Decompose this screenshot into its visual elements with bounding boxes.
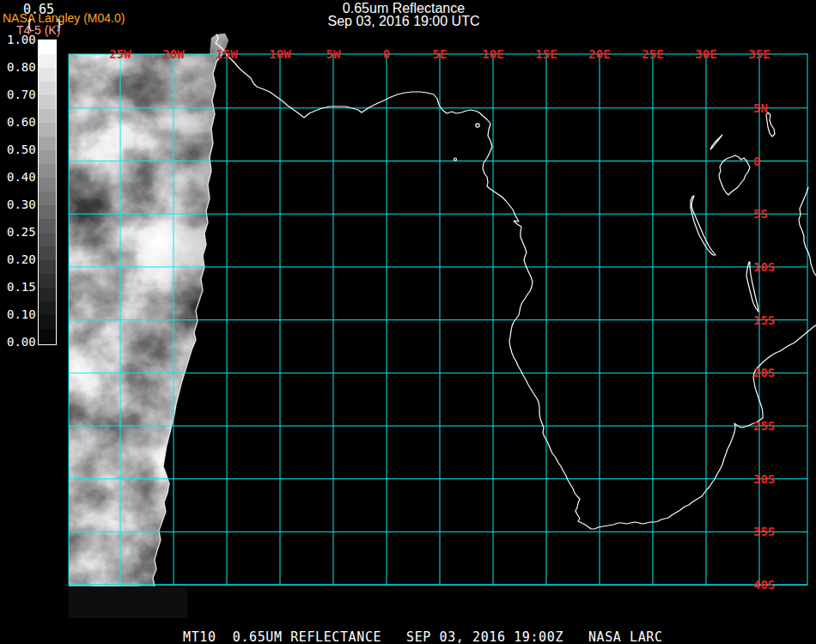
lat-tick-label-20S: 20S bbox=[753, 366, 775, 380]
colorbar-value-label: 0.50 bbox=[7, 143, 36, 156]
lon-tick-label-20E: 20E bbox=[588, 47, 610, 61]
colorbar-step bbox=[39, 233, 56, 246]
footer-caption: MT10 0.65UM REFLECTANCE SEP 03, 2016 19:… bbox=[183, 629, 663, 644]
lat-tick-label-15S: 15S bbox=[753, 313, 775, 326]
island-sao-tome bbox=[454, 158, 457, 161]
colorbar-step bbox=[39, 164, 56, 178]
colorbar-step bbox=[39, 40, 56, 54]
colorbar-value-label: 0.10 bbox=[7, 307, 36, 321]
map-canvas bbox=[0, 0, 816, 644]
colorbar-step bbox=[39, 329, 56, 343]
colorbar-value-label: 0.80 bbox=[7, 60, 36, 74]
colorbar-step bbox=[39, 109, 56, 123]
colorbar-step bbox=[39, 95, 56, 109]
colorbar-step bbox=[39, 178, 56, 191]
colorbar-step bbox=[39, 191, 56, 205]
satellite-swath bbox=[65, 31, 237, 591]
lake-turkana bbox=[766, 112, 775, 137]
colorbar-step bbox=[39, 274, 56, 288]
lon-tick-label-10E: 10E bbox=[482, 47, 503, 61]
lake-tanganyika bbox=[691, 196, 716, 255]
satellite-image-viewer: 0.65 NASA Langley (M04.0) ( ) T4-5 (K) 0… bbox=[0, 0, 816, 644]
lon-tick-label-10W: 10W bbox=[269, 47, 290, 61]
title-block: 0.65um Reflectance Sep 03, 2016 19:00 UT… bbox=[258, 2, 550, 27]
lon-tick-label-30E: 30E bbox=[695, 47, 716, 61]
colorbar-value-label: 0.00 bbox=[7, 335, 36, 349]
lat-tick-label-10S: 10S bbox=[753, 260, 775, 274]
below-frame-residual-data bbox=[69, 587, 187, 618]
colorbar-step bbox=[39, 123, 56, 137]
lon-tick-label-25W: 25W bbox=[109, 47, 131, 61]
colorbar-step bbox=[39, 288, 56, 301]
colorbar-step bbox=[39, 68, 56, 82]
lon-tick-label-20W: 20W bbox=[162, 47, 184, 61]
coastlines bbox=[216, 34, 816, 529]
colorbar-value-label: 0.25 bbox=[7, 225, 36, 239]
timestamp: Sep 03, 2016 19:00 UTC bbox=[258, 15, 550, 27]
colorbar-step bbox=[39, 315, 56, 329]
colorbar-step bbox=[39, 260, 56, 274]
lat-tick-label-35S: 35S bbox=[753, 525, 775, 538]
colorbar-step bbox=[39, 219, 56, 233]
lat-tick-label-25S: 25S bbox=[753, 419, 775, 433]
colorbar bbox=[38, 39, 57, 345]
colorbar-value-label: 0.70 bbox=[7, 88, 36, 101]
colorbar-value-label: 0.30 bbox=[7, 197, 36, 211]
lon-tick-label-5W: 5W bbox=[326, 47, 341, 61]
colorbar-step bbox=[39, 246, 56, 260]
colorbar-value-label: 0.15 bbox=[7, 280, 36, 294]
lat-tick-label-0: 0 bbox=[753, 154, 760, 167]
colorbar-step bbox=[39, 301, 56, 315]
colorbar-step bbox=[39, 205, 56, 219]
colorbar-value-label: 0.60 bbox=[7, 115, 36, 129]
colorbar-value-label: 1.00 bbox=[7, 33, 36, 46]
lat-tick-label-5S: 5S bbox=[753, 207, 768, 221]
lon-tick-label-15E: 15E bbox=[535, 47, 557, 61]
colorbar-value-label: 0.40 bbox=[7, 170, 36, 184]
lake-albert bbox=[710, 135, 722, 149]
lon-tick-label-35E: 35E bbox=[748, 47, 770, 61]
lat-tick-label-30S: 30S bbox=[753, 471, 775, 485]
lon-tick-label-5E: 5E bbox=[433, 47, 448, 61]
colorbar-value-label: 0.20 bbox=[7, 252, 36, 266]
colorbar-step bbox=[39, 54, 56, 68]
colorbar-step bbox=[39, 82, 56, 95]
page-title: 0.65um Reflectance bbox=[258, 2, 550, 15]
coastline-africa-main bbox=[216, 34, 816, 529]
lon-tick-label-15W: 15W bbox=[216, 47, 237, 61]
lat-tick-label-40S: 40S bbox=[753, 578, 775, 592]
lon-tick-label-0: 0 bbox=[383, 47, 390, 61]
lat-tick-label-5N: 5N bbox=[753, 100, 768, 114]
lon-tick-label-25E: 25E bbox=[642, 47, 663, 61]
island-bioko bbox=[476, 124, 479, 127]
colorbar-step bbox=[39, 150, 56, 164]
colorbar-step bbox=[39, 137, 56, 150]
